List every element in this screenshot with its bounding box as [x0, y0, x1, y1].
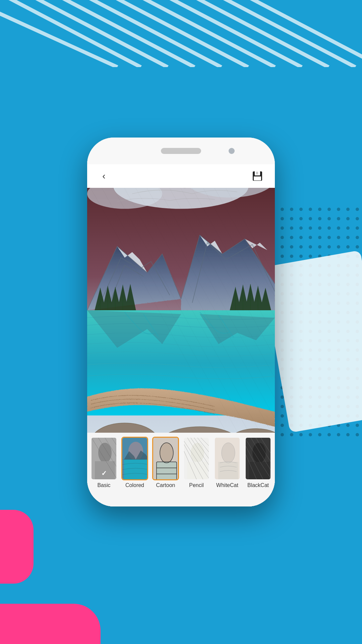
back-icon: ‹: [102, 171, 105, 181]
filter-thumb-whitecat: [214, 437, 241, 480]
svg-point-90: [191, 443, 204, 463]
filter-preview-colored: [122, 438, 148, 480]
filter-preview-blackcat: [246, 438, 272, 480]
svg-line-10: [248, 0, 362, 67]
filter-check-basic: ✓: [101, 469, 107, 477]
svg-line-5: [114, 0, 248, 67]
svg-rect-16: [254, 176, 261, 180]
svg-line-9: [221, 0, 355, 67]
phone-notch: [87, 138, 275, 164]
svg-line-2: [34, 0, 168, 67]
filter-label-pencil: Pencil: [189, 482, 204, 488]
filter-thumb-basic: ✓: [90, 437, 117, 480]
svg-rect-78: [124, 460, 147, 480]
phone-camera: [229, 148, 235, 154]
svg-line-1: [7, 0, 141, 67]
pink-blob-bottom: [0, 604, 101, 644]
filter-label-basic: Basic: [97, 482, 110, 488]
filter-strip: ✓ Basic: [87, 433, 275, 506]
svg-line-4: [87, 0, 221, 67]
filter-label-blackcat: BlackCat: [247, 482, 269, 488]
filter-item-whitecat[interactable]: WhiteCat: [213, 437, 242, 488]
app-screen: ‹: [87, 164, 275, 506]
filter-item-blackcat[interactable]: BlackCat: [243, 437, 273, 488]
filter-item-cartoon[interactable]: Cartoon: [151, 437, 180, 488]
filter-preview-pencil: [184, 438, 210, 480]
filter-thumb-blackcat: [245, 437, 272, 480]
bg-stripes: [0, 0, 362, 67]
svg-rect-15: [256, 172, 258, 174]
save-button[interactable]: [250, 169, 265, 183]
filter-preview-whitecat: [215, 438, 241, 480]
phone-frame: ‹: [87, 138, 275, 506]
svg-line-7: [168, 0, 302, 67]
sketch-image-svg: [87, 188, 275, 433]
svg-rect-106: [249, 462, 269, 480]
filter-item-pencil[interactable]: Pencil: [182, 437, 211, 488]
top-bar: ‹: [87, 164, 275, 188]
svg-line-6: [141, 0, 275, 67]
svg-rect-84: [157, 462, 177, 480]
svg-line-8: [194, 0, 328, 67]
svg-line-3: [60, 0, 194, 67]
filter-preview-cartoon: [153, 438, 179, 480]
filter-thumb-pencil: [183, 437, 210, 480]
save-icon: [252, 171, 263, 181]
svg-line-0: [0, 6, 117, 67]
filter-item-basic[interactable]: ✓ Basic: [89, 437, 119, 488]
filter-thumb-cartoon: [152, 437, 179, 480]
filter-label-cartoon: Cartoon: [156, 482, 175, 488]
filter-item-colored[interactable]: Colored: [120, 437, 149, 488]
svg-point-70: [98, 443, 112, 463]
filter-label-colored: Colored: [125, 482, 144, 488]
back-button[interactable]: ‹: [97, 169, 111, 183]
pink-blob-left: [0, 510, 34, 584]
filter-thumb-colored: [121, 437, 148, 480]
filter-label-whitecat: WhiteCat: [216, 482, 238, 488]
sketch-image-area: [87, 188, 275, 433]
phone-speaker: [161, 148, 201, 154]
